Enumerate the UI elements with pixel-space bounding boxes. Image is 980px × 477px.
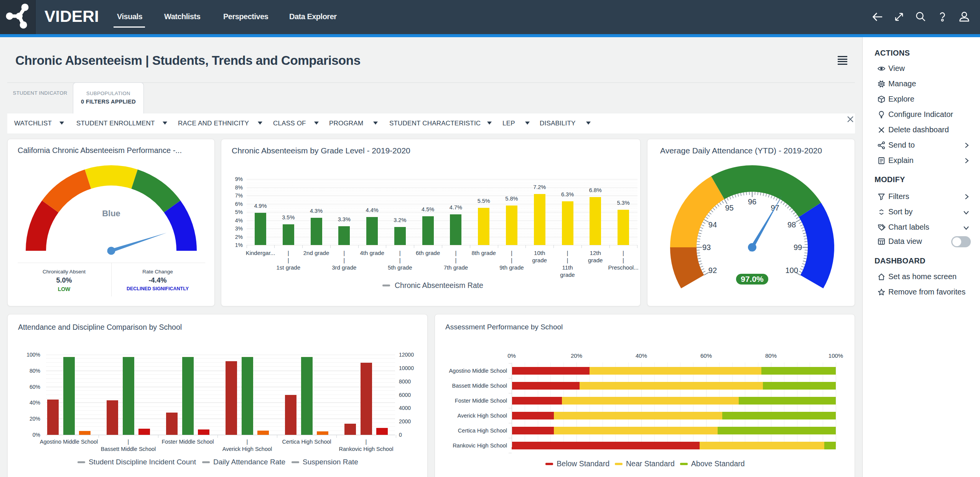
svg-text:93: 93 — [702, 243, 711, 252]
svg-text:98: 98 — [787, 220, 796, 229]
svg-text:96: 96 — [748, 197, 756, 206]
svg-text:92: 92 — [708, 266, 717, 275]
svg-text:99: 99 — [794, 243, 802, 252]
svg-text:94: 94 — [708, 220, 717, 229]
svg-text:100: 100 — [785, 266, 798, 275]
svg-text:95: 95 — [725, 204, 733, 212]
